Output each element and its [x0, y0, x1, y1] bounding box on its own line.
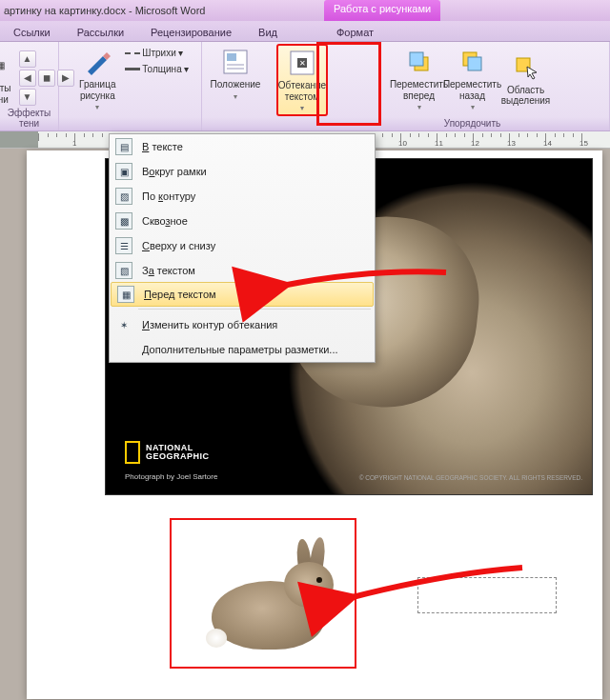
picture-border-button[interactable]: Граница рисунка▾ — [71, 44, 123, 114]
bring-forward-button[interactable]: Переместить вперед▾ — [394, 44, 445, 114]
position-button[interactable]: Положение▾ — [210, 44, 261, 104]
shadow-icon: ▦ — [0, 50, 16, 81]
nudge-left-button[interactable]: ◀ — [19, 70, 36, 87]
photo-copyright: © COPYRIGHT NATIONAL GEOGRAPHIC SOCIETY.… — [359, 474, 582, 481]
svg-text:✕: ✕ — [299, 59, 306, 68]
text-wrapping-menu: ▤В тексте ▣Вокруг рамки ▨По контуру ▩Скв… — [109, 133, 376, 363]
shadow-effects-button[interactable]: ▦ екты ени — [0, 48, 17, 108]
weight-button[interactable]: Толщина ▾ — [125, 64, 188, 74]
titlebar: артинку на картинку.docx - Microsoft Wor… — [0, 0, 610, 21]
tab-review[interactable]: Рецензирование — [137, 24, 245, 41]
bring-forward-icon — [404, 47, 435, 77]
group-border: Граница рисунка▾ Штрихи ▾ Толщина ▾ — [59, 42, 202, 130]
menu-item-through[interactable]: ▩Сквозное — [110, 209, 375, 233]
tab-references[interactable]: Ссылки — [0, 24, 64, 41]
selection-pane-icon — [511, 52, 541, 83]
inline-icon: ▤ — [115, 138, 132, 155]
menu-item-topbottom[interactable]: ☰Сверху и снизу — [110, 233, 375, 258]
tab-view[interactable]: Вид — [245, 24, 291, 41]
photo-credit: Photograph by Joel Sartore — [125, 472, 217, 481]
text-wrapping-button[interactable]: ✕ Обтекание текстом▾ — [276, 44, 328, 116]
natgeo-border-icon — [125, 441, 140, 464]
send-backward-icon — [458, 47, 488, 77]
through-icon: ▩ — [115, 212, 132, 230]
behind-icon: ▧ — [115, 262, 132, 279]
menu-separator — [138, 309, 371, 310]
menu-item-square[interactable]: ▣Вокруг рамки — [110, 159, 375, 184]
dashes-button[interactable]: Штрихи ▾ — [125, 48, 188, 58]
group-arrange: Переместить вперед▾ Переместить назад▾ О… — [336, 42, 610, 130]
menu-item-edit-wrap-points[interactable]: ✶Изменить контур обтекания — [110, 312, 375, 337]
rabbit-image-selected[interactable] — [170, 518, 356, 669]
send-backward-button[interactable]: Переместить назад▾ — [447, 44, 498, 114]
group-label-arrange: Упорядочить — [336, 118, 609, 129]
wrap-icon: ✕ — [287, 48, 317, 78]
nudge-center-button[interactable]: ◼ — [38, 70, 55, 87]
pencil-icon — [82, 47, 112, 77]
menu-item-more-layout[interactable]: Дополнительные параметры разметки... — [110, 337, 375, 362]
natgeo-logo: NATIONAL GEOGRAPHIC — [125, 441, 210, 464]
group-label-shadow: Эффекты тени — [0, 108, 58, 129]
rabbit-illustration — [187, 537, 339, 657]
group-wrap: ✕ Обтекание текстом▾ — [269, 42, 336, 130]
svg-rect-10 — [468, 57, 481, 70]
infront-icon: ▦ — [117, 286, 134, 303]
nudge-down-button[interactable]: ▼ — [19, 89, 36, 106]
svg-rect-8 — [410, 52, 423, 66]
window-title: артинку на картинку.docx - Microsoft Wor… — [0, 5, 205, 16]
position-icon — [220, 47, 251, 77]
tab-format[interactable]: Формат — [323, 24, 387, 41]
square-icon: ▣ — [115, 163, 132, 180]
svg-rect-1 — [227, 53, 236, 61]
tab-mailings[interactable]: Рассылки — [64, 24, 137, 41]
menu-item-inline[interactable]: ▤В тексте — [110, 134, 375, 159]
menu-item-tight[interactable]: ▨По контуру — [110, 184, 375, 209]
ribbon: ▦ екты ени ▲ ◀ ◼ ▶ ▼ Эффекты тени Границ… — [0, 42, 610, 131]
tight-icon: ▨ — [115, 188, 132, 205]
group-position: Положение▾ — [202, 42, 269, 130]
topbottom-icon: ☰ — [115, 237, 132, 254]
ribbon-tabs: Ссылки Рассылки Рецензирование Вид Форма… — [0, 21, 610, 42]
annotation-arrow-to-rabbit — [341, 562, 532, 619]
group-shadow-effects: ▦ екты ени ▲ ◀ ◼ ▶ ▼ Эффекты тени — [0, 42, 59, 130]
edit-points-icon: ✶ — [115, 316, 132, 333]
nudge-up-button[interactable]: ▲ — [19, 50, 36, 68]
contextual-tab-group: Работа с рисунками — [324, 0, 440, 21]
selection-pane-button[interactable]: Область выделения — [500, 50, 552, 110]
annotation-arrow-to-menu — [274, 263, 456, 301]
